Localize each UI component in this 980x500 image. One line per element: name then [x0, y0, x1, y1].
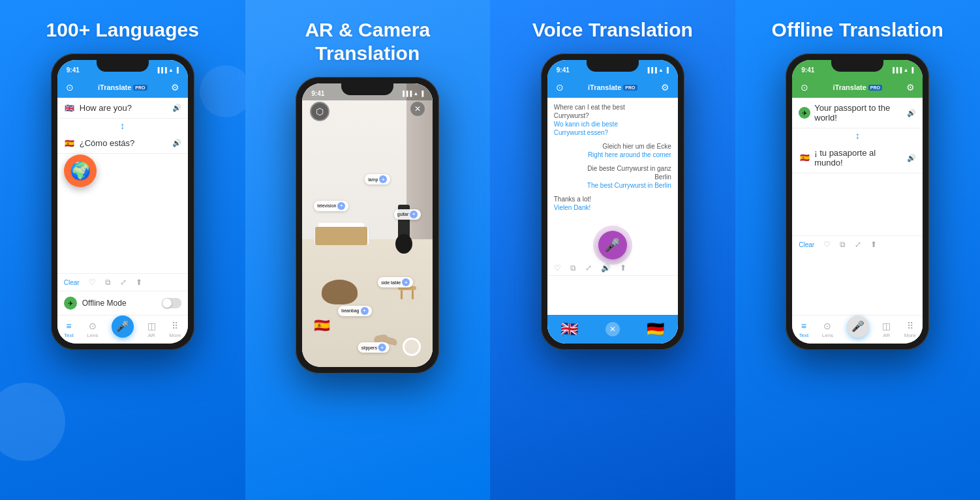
tv-stand — [315, 227, 367, 245]
nav-icon-4: ⊙ — [799, 81, 810, 93]
clear-btn-4[interactable]: Clear — [799, 241, 814, 248]
close-langs-btn[interactable]: ✕ — [605, 322, 620, 336]
source-section-4: ✈ Your passport to the world! 🔊 — [792, 98, 923, 128]
nav-ar-4[interactable]: ◫ AR — [882, 321, 891, 338]
nav-lens-1[interactable]: ⊙ Lens — [87, 321, 98, 338]
tv-label[interactable]: television + — [314, 201, 348, 211]
offline-toggle-1[interactable] — [162, 298, 181, 308]
notch-3 — [587, 60, 639, 72]
decoration-circle-1 — [0, 383, 65, 461]
sidetable-text: side table — [381, 280, 401, 285]
nav-text-icon-4: ≡ — [801, 321, 806, 331]
translation-area-4: ✈ Your passport to the world! 🔊 ↕ 🇪🇸 ¡ t… — [792, 98, 923, 315]
phone-2-screen: lamp + television + guitar + side table … — [302, 83, 433, 367]
app-name-4: iTranslate — [833, 83, 866, 91]
lamp-text: lamp — [368, 177, 378, 182]
target-section-1: 🇪🇸 ¿Cómo estás? 🔊 — [57, 133, 188, 154]
msg-4-translated: Vielen Dank! — [554, 203, 591, 212]
status-icons-3: ▐▐▐ ▲ ▐ — [646, 67, 669, 73]
nav-mic-1[interactable]: 🎤 — [112, 316, 134, 338]
ar-source-flag: 🇪🇸 — [314, 317, 330, 333]
table-leg-2 — [412, 290, 414, 299]
expand-icon-4[interactable]: ⤢ — [855, 240, 861, 249]
nav-lens-4[interactable]: ⊙ Lens — [822, 321, 833, 338]
voice-speaker-icon[interactable]: 🔊 — [601, 263, 611, 272]
tv-text: television — [317, 203, 336, 208]
copy-icon-1[interactable]: ⧉ — [105, 278, 111, 287]
beanbag-label[interactable]: beanbag + — [338, 306, 371, 316]
panel-3-title: Voice Translation — [532, 18, 693, 42]
app-header-4: ⊙ iTranslate PRO ⚙ — [792, 77, 923, 98]
voice-share-icon[interactable]: ⬆ — [620, 263, 626, 272]
nav-ar-label-4: AR — [883, 332, 890, 338]
swap-row-4[interactable]: ↕ — [792, 128, 923, 143]
voice-lang-bar: 🇬🇧 ✕ 🇩🇪 — [547, 315, 678, 344]
target-flag-4: 🇪🇸 — [799, 153, 810, 162]
offline-icon-1: ✈ — [64, 297, 77, 310]
nav-ar-icon-1: ◫ — [147, 321, 156, 331]
slippers-text: slippers — [361, 346, 377, 350]
msg-1-original: Where can I eat the best Currywurst? — [554, 103, 654, 120]
source-section-1: 🇬🇧 How are you? 🔊 — [57, 98, 188, 119]
beanbag-text: beanbag — [341, 308, 359, 313]
translation-area-1: 🇬🇧 How are you? 🔊 ↕ 🇪🇸 ¿Cómo estás? 🔊 — [57, 98, 188, 315]
share-icon-1[interactable]: ⬆ — [136, 278, 142, 287]
tv-stand-top — [318, 223, 364, 227]
voice-screen: Where can I eat the best Currywurst? Wo … — [547, 98, 678, 344]
source-flag-1: 🇬🇧 — [64, 104, 76, 113]
source-row-1: 🇬🇧 How are you? 🔊 — [64, 103, 181, 113]
nav-text-4[interactable]: ≡ Text — [799, 321, 809, 338]
share-icon-4[interactable]: ⬆ — [870, 240, 877, 249]
lamp-label[interactable]: lamp + — [365, 174, 390, 184]
guitar-text: guitar — [397, 212, 409, 216]
voice-expand-icon[interactable]: ⤢ — [585, 263, 592, 272]
target-lang-flag-3[interactable]: 🇩🇪 — [647, 321, 664, 338]
ar-capture-btn[interactable] — [403, 338, 421, 356]
nav-text-1[interactable]: ≡ Text — [64, 321, 74, 338]
nav-text-label-1: Text — [64, 332, 74, 338]
sidetable-label[interactable]: side table + — [378, 277, 413, 287]
nav-mic-4[interactable]: 🎤 — [847, 316, 869, 338]
expand-icon-1[interactable]: ⤢ — [120, 278, 127, 287]
voice-fav-icon[interactable]: ♡ — [554, 263, 561, 272]
nav-ar-label-1: AR — [148, 332, 155, 338]
favorite-icon-4[interactable]: ♡ — [823, 240, 831, 249]
nav-icon-1: ⊙ — [64, 81, 76, 93]
guitar-label[interactable]: guitar + — [394, 209, 421, 220]
nav-more-4[interactable]: ⠿ More — [904, 321, 916, 338]
voice-mic-btn[interactable]: 🎤 — [598, 231, 627, 259]
favorite-icon-1[interactable]: ♡ — [89, 278, 96, 287]
target-text-4: ¡ tu pasaporte al mundo! — [814, 148, 903, 168]
nav-more-label-1: More — [169, 332, 181, 338]
notch-1 — [97, 60, 149, 72]
target-speaker-1: 🔊 — [172, 139, 181, 147]
voice-copy-icon[interactable]: ⧉ — [570, 263, 576, 272]
slippers-label[interactable]: slippers + — [358, 342, 390, 353]
phone-3: 9:41 ▐▐▐ ▲ ▐ ⊙ iTranslate PRO ⚙ Where ca… — [541, 53, 684, 350]
status-time-3: 9:41 — [557, 66, 570, 74]
panel-ar: AR & Camera Translation — [245, 0, 491, 500]
phone-4-screen: 9:41 ▐▐▐ ▲ ▐ ⊙ iTranslate PRO ⚙ ✈ Your p… — [792, 60, 923, 344]
swap-row-1[interactable]: ↕ — [57, 119, 188, 133]
ar-time: 9:41 — [311, 90, 324, 97]
action-bar-1: Clear ♡ ⧉ ⤢ ⬆ — [57, 273, 188, 291]
msg-2-original: Gleich hier um die Ecke — [588, 142, 671, 151]
bottom-nav-1: ≡ Text ⊙ Lens 🎤 ◫ AR ⠿ More — [57, 315, 188, 344]
beanbag-plus: + — [361, 307, 369, 315]
nav-more-1[interactable]: ⠿ More — [169, 321, 181, 338]
status-icons-1: ▐▐▐ ▲ ▐ — [156, 67, 179, 73]
sidetable-plus: + — [402, 278, 410, 286]
app-header-1: ⊙ iTranslate PRO ⚙ — [57, 77, 188, 98]
nav-icon-3: ⊙ — [554, 81, 566, 93]
lamp-plus: + — [379, 175, 387, 183]
voice-action-icons: ♡ ⧉ ⤢ 🔊 ⬆ — [547, 261, 678, 276]
source-speaker-1: 🔊 — [172, 104, 181, 112]
clear-btn-1[interactable]: Clear — [64, 279, 80, 286]
spacer-4b — [792, 253, 923, 315]
nav-ar-1[interactable]: ◫ AR — [147, 321, 156, 338]
phone-1-screen: 9:41 ▐▐▐ ▲ ▐ ⊙ iTranslate PRO ⚙ 🇬🇧 How a… — [57, 60, 188, 344]
nav-more-icon-1: ⠿ — [172, 321, 178, 331]
source-lang-flag-3[interactable]: 🇬🇧 — [560, 321, 578, 338]
table-leg-1 — [401, 290, 403, 299]
copy-icon-4[interactable]: ⧉ — [840, 240, 846, 249]
